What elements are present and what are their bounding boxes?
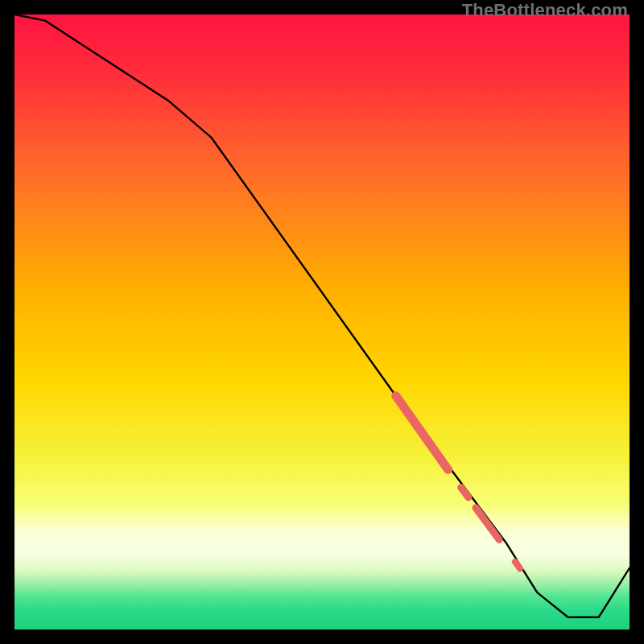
chart-frame	[14, 14, 630, 630]
bottleneck-chart	[14, 14, 630, 630]
gradient-background	[14, 14, 630, 630]
marker-dot-2	[515, 562, 520, 568]
watermark-text: TheBottleneck.com	[462, 0, 628, 21]
